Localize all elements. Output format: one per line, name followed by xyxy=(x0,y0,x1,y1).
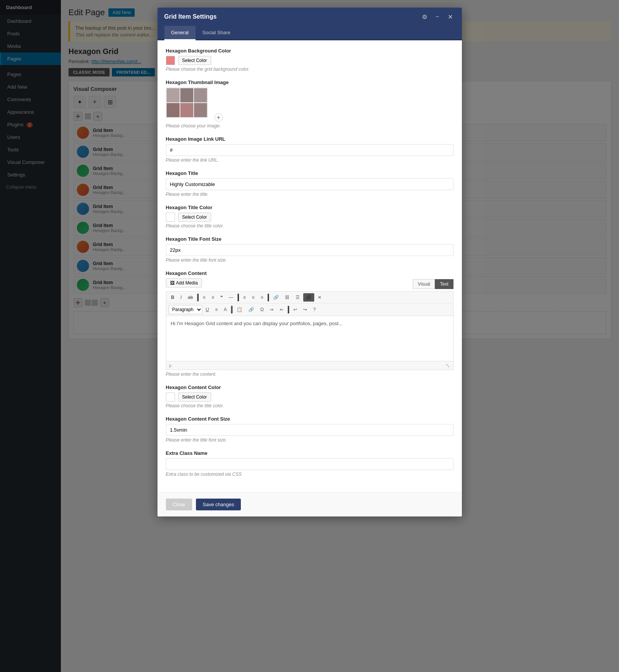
thumbnail-container xyxy=(166,87,208,118)
title-hint: Please enter the title. xyxy=(166,192,454,197)
strikethrough-btn[interactable]: ab xyxy=(185,293,196,302)
modal-header-actions: ⚙ − ✕ xyxy=(420,12,455,21)
paragraph-select[interactable]: Paragraph xyxy=(169,305,202,314)
thumbnail-group: Hexagon Thumbnail Image + xyxy=(166,79,454,129)
link-btn[interactable]: 🔗 xyxy=(271,293,282,302)
text-btn[interactable]: Text xyxy=(435,279,453,289)
visual-btn[interactable]: Visual xyxy=(413,279,435,289)
unlink-btn[interactable]: ⛓ xyxy=(282,293,292,302)
thumb-add-btn[interactable]: + xyxy=(215,113,223,122)
grid-item-settings-modal: Grid Item Settings ⚙ − ✕ General Social … xyxy=(158,8,462,353)
editor-view-toggle: Visual Text xyxy=(413,279,453,289)
add-media-btn[interactable]: 🖼 Add Media xyxy=(166,278,202,288)
thumb-cell-6 xyxy=(194,103,207,118)
link-url-group: Hexagon Image Link URL Please enter the … xyxy=(166,136,454,163)
tab-general[interactable]: General xyxy=(164,26,196,40)
title-font-size-hint: Please enter the title font size. xyxy=(166,257,454,263)
modal-tabs: General Social Share xyxy=(158,26,462,40)
thumb-cell-5 xyxy=(180,103,194,118)
italic-btn[interactable]: I xyxy=(178,293,184,302)
align-left-btn[interactable]: ≡ xyxy=(240,293,248,302)
title-color-hint: Please choose the title color. xyxy=(166,223,454,229)
sep-1 xyxy=(197,294,199,301)
modal-title: Grid Item Settings xyxy=(164,13,217,20)
title-font-size-label: Hexagon Title Font Size xyxy=(166,236,454,242)
editor-content-text: Hi I'm Hexagon Grid content and you can … xyxy=(171,321,343,326)
title-color-label: Hexagon Title Color xyxy=(166,205,454,210)
thumbnail-hint: Please choose your image. xyxy=(166,123,454,129)
modal-header: Grid Item Settings ⚙ − ✕ xyxy=(158,8,462,26)
title-color-swatch xyxy=(166,213,175,222)
sep-5 xyxy=(288,306,289,313)
title-font-size-group: Hexagon Title Font Size Please enter the… xyxy=(166,236,454,263)
title-select-color-btn[interactable]: Select Color xyxy=(178,213,211,222)
bg-color-group: Hexagon Background Color Select Color Pl… xyxy=(166,48,454,72)
editor-format-toolbar-2: Paragraph U ≡ A 📋 🔗 Ω ⇒ ⇐ ↩ ↪ ? xyxy=(166,303,454,316)
modal-settings-btn[interactable]: ⚙ xyxy=(420,12,429,21)
modal-minimize-btn[interactable]: − xyxy=(433,12,442,21)
thumb-cell-4 xyxy=(166,103,180,118)
bg-color-picker-row: Select Color xyxy=(166,56,454,65)
modal-body: Hexagon Background Color Select Color Pl… xyxy=(158,40,462,353)
title-group: Hexagon Title Please enter the title. xyxy=(166,170,454,197)
tab-social-share[interactable]: Social Share xyxy=(196,26,237,40)
title-color-group: Hexagon Title Color Select Color Please … xyxy=(166,205,454,229)
ul-btn[interactable]: ≡ xyxy=(200,293,208,302)
add-media-icon: 🖼 xyxy=(170,280,175,286)
bg-color-swatch xyxy=(166,56,175,65)
bg-color-hint: Please choose the grid background color. xyxy=(166,67,454,72)
editor-format-toolbar-1: B I ab ≡ ≡ ❝ — ≡ ≡ ≡ 🔗 ⛓ ☰ ⬛ xyxy=(166,291,454,303)
thumb-cell-2 xyxy=(180,88,194,103)
blockquote-btn[interactable]: ❝ xyxy=(218,293,225,302)
undo-btn[interactable]: ↩ xyxy=(291,305,300,314)
content-group: Hexagon Content 🖼 Add Media Visual Text … xyxy=(166,270,454,353)
fullscreen-btn[interactable]: ⬛ xyxy=(303,293,314,302)
bg-color-label: Hexagon Background Color xyxy=(166,48,454,54)
more-btn[interactable]: ☰ xyxy=(293,293,302,302)
modal-overlay[interactable]: Grid Item Settings ⚙ − ✕ General Social … xyxy=(0,0,619,353)
title-label: Hexagon Title xyxy=(166,170,454,176)
content-label: Hexagon Content xyxy=(166,270,454,276)
ol-btn[interactable]: ≡ xyxy=(209,293,217,302)
link-url-input[interactable] xyxy=(166,144,454,156)
link-url-hint: Please enter the link URL. xyxy=(166,157,454,163)
align-center-btn[interactable]: ≡ xyxy=(249,293,257,302)
help-btn[interactable]: ? xyxy=(310,305,318,314)
thumbnail-grid xyxy=(166,88,207,118)
link-url-label: Hexagon Image Link URL xyxy=(166,136,454,142)
title-font-size-input[interactable] xyxy=(166,244,454,256)
modal-close-btn[interactable]: ✕ xyxy=(446,12,455,21)
thumbnail-label: Hexagon Thumbnail Image xyxy=(166,79,454,85)
redo-btn[interactable]: ↪ xyxy=(301,305,310,314)
hr-btn[interactable]: — xyxy=(226,293,236,302)
underline-btn[interactable]: U xyxy=(203,305,212,314)
anchor-btn[interactable]: 🔗 xyxy=(246,305,257,314)
thumb-cell-3 xyxy=(194,88,207,103)
editor-content-area[interactable]: Hi I'm Hexagon Grid content and you can … xyxy=(166,316,454,353)
sep-3 xyxy=(267,294,269,301)
align-right-btn[interactable]: ≡ xyxy=(258,293,266,302)
justify-btn[interactable]: ≡ xyxy=(212,305,220,314)
sep-4 xyxy=(231,306,232,313)
title-input[interactable] xyxy=(166,178,454,190)
close-toolbar-btn[interactable]: ✕ xyxy=(315,293,324,302)
add-media-label: Add Media xyxy=(176,280,198,286)
title-color-picker-row: Select Color xyxy=(166,213,454,222)
indent-btn[interactable]: ⇒ xyxy=(267,305,276,314)
sep-2 xyxy=(237,294,239,301)
thumb-cell-1 xyxy=(166,88,180,103)
outdent-btn[interactable]: ⇐ xyxy=(277,305,286,314)
paste-btn[interactable]: 📋 xyxy=(234,305,245,314)
bold-btn[interactable]: B xyxy=(169,293,177,302)
omega-btn[interactable]: Ω xyxy=(258,305,266,314)
bg-select-color-btn[interactable]: Select Color xyxy=(178,56,211,65)
text-color-btn[interactable]: A xyxy=(221,305,229,314)
